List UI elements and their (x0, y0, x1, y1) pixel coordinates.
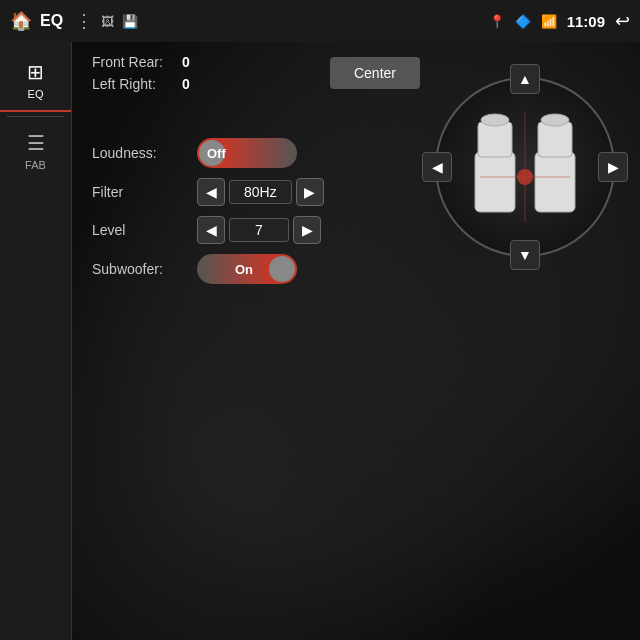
svg-point-5 (541, 114, 569, 126)
subwoofer-toggle[interactable]: On (197, 254, 297, 284)
eq-icon: ⊞ (27, 60, 44, 84)
level-stepper: ◀ 7 ▶ (197, 216, 321, 244)
filter-decrease-button[interactable]: ◀ (197, 178, 225, 206)
location-icon: 📍 (489, 14, 505, 29)
dial-circle (435, 77, 615, 257)
status-bar: 🏠 EQ ⋮ 🖼 💾 📍 🔷 📶 11:09 ↩ (0, 0, 640, 42)
sidebar-item-fab[interactable]: ☰ FAB (0, 121, 71, 181)
loudness-state: Off (207, 146, 226, 161)
level-increase-button[interactable]: ▶ (293, 216, 321, 244)
wifi-icon: 📶 (541, 14, 557, 29)
sidebar-label-eq: EQ (28, 88, 44, 100)
subwoofer-knob (269, 256, 295, 282)
left-right-value: 0 (182, 76, 190, 92)
sidebar-divider (7, 116, 64, 117)
back-icon[interactable]: ↩ (615, 10, 630, 32)
front-rear-label: Front Rear: (92, 54, 182, 70)
speaker-right-button[interactable]: ▶ (598, 152, 628, 182)
home-icon[interactable]: 🏠 (10, 10, 32, 32)
svg-rect-1 (478, 122, 512, 157)
status-bar-right: 📍 🔷 📶 11:09 ↩ (489, 10, 630, 32)
svg-rect-3 (535, 152, 575, 212)
sd-card-icon: 💾 (122, 14, 138, 29)
fab-icon: ☰ (27, 131, 45, 155)
image-icon: 🖼 (101, 14, 114, 29)
sidebar: ⊞ EQ ☰ FAB (0, 42, 72, 640)
speaker-dial: ▲ ▼ ◀ ▶ (420, 62, 630, 272)
level-value: 7 (229, 218, 289, 242)
subwoofer-label: Subwoofer: (92, 261, 197, 277)
speaker-up-button[interactable]: ▲ (510, 64, 540, 94)
menu-dots-icon[interactable]: ⋮ (75, 10, 93, 32)
center-button[interactable]: Center (330, 57, 420, 89)
loudness-label: Loudness: (92, 145, 197, 161)
status-bar-left: 🏠 EQ ⋮ 🖼 💾 (10, 10, 138, 32)
svg-rect-4 (538, 122, 572, 157)
speaker-left-button[interactable]: ◀ (422, 152, 452, 182)
filter-value: 80Hz (229, 180, 292, 204)
svg-point-2 (481, 114, 509, 126)
filter-stepper: ◀ 80Hz ▶ (197, 178, 324, 206)
bluetooth-icon: 🔷 (515, 14, 531, 29)
level-decrease-button[interactable]: ◀ (197, 216, 225, 244)
center-button-area: Center (330, 57, 420, 89)
front-rear-value: 0 (182, 54, 190, 70)
sidebar-label-fab: FAB (25, 159, 46, 171)
filter-increase-button[interactable]: ▶ (296, 178, 324, 206)
seat-diagram (470, 102, 580, 232)
loudness-toggle[interactable]: Off (197, 138, 297, 168)
left-right-label: Left Right: (92, 76, 182, 92)
svg-rect-0 (475, 152, 515, 212)
filter-label: Filter (92, 184, 197, 200)
status-title: EQ (40, 12, 63, 30)
main-layout: ⊞ EQ ☰ FAB Front Rear: 0 Left Right: 0 (0, 42, 640, 640)
content-area: Front Rear: 0 Left Right: 0 Loudness: Of… (72, 42, 640, 640)
subwoofer-state: On (235, 262, 253, 277)
sidebar-item-eq[interactable]: ⊞ EQ (0, 50, 71, 112)
clock: 11:09 (567, 13, 605, 30)
speaker-down-button[interactable]: ▼ (510, 240, 540, 270)
level-label: Level (92, 222, 197, 238)
